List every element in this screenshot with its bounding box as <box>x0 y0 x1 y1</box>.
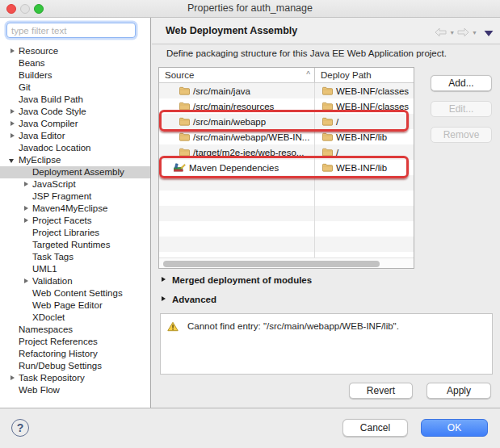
revert-button[interactable]: Revert <box>349 383 413 399</box>
twisty-spacer <box>9 60 19 68</box>
forward-arrow-icon[interactable] <box>457 26 469 40</box>
sidebar-item-label: Web Content Settings <box>32 287 123 299</box>
table-header: Source ^ Deploy Path <box>159 68 414 83</box>
sidebar-item-java-code-style[interactable]: Java Code Style <box>0 106 150 118</box>
chevron-right-icon[interactable] <box>9 48 19 56</box>
sidebar-item-javadoc-location[interactable]: Javadoc Location <box>0 142 150 154</box>
source-cell <box>159 175 315 191</box>
sidebar-item-label: UML1 <box>32 263 57 275</box>
sidebar-item-label: Beans <box>19 57 45 69</box>
sidebar-item-builders[interactable]: Builders <box>0 69 150 82</box>
sidebar-item-maven4myeclipse[interactable]: Maven4MyEclipse <box>0 203 150 215</box>
chevron-right-icon[interactable] <box>9 132 19 140</box>
sort-ascending-icon: ^ <box>306 68 310 82</box>
add-button[interactable]: Add... <box>431 75 492 91</box>
chevron-right-icon[interactable] <box>23 181 32 189</box>
chevron-down-icon[interactable] <box>9 157 19 165</box>
twisty-spacer <box>23 314 32 322</box>
folder-icon <box>322 132 333 141</box>
titlebar[interactable]: Properties for auth_manage <box>0 0 500 18</box>
sidebar-item-task-repository[interactable]: Task Repository <box>0 372 150 384</box>
sidebar-item-java-editor[interactable]: Java Editor <box>0 130 150 142</box>
view-menu-icon[interactable] <box>484 26 494 40</box>
warning-icon <box>167 320 179 335</box>
sidebar-item-deployment-assembly[interactable]: Deployment Assembly <box>0 166 150 178</box>
sidebar-item-java-build-path[interactable]: Java Build Path <box>0 94 150 106</box>
deploy-path-cell <box>315 191 414 206</box>
sidebar-item-label: Builders <box>19 69 53 82</box>
edit-button[interactable]: Edit... <box>431 101 492 117</box>
table-row[interactable]: /src/main/resourcesWEB-INF/classes <box>159 98 414 114</box>
forward-menu-chevron-icon[interactable]: ▼ <box>472 28 477 38</box>
cancel-button[interactable]: Cancel <box>342 419 408 437</box>
section-merged-deployment[interactable]: Merged deployment of modules <box>160 274 312 286</box>
sidebar-item-targeted-runtimes[interactable]: Targeted Runtimes <box>0 239 150 251</box>
apply-button[interactable]: Apply <box>426 383 491 399</box>
column-header-source[interactable]: Source ^ <box>159 68 315 82</box>
source-label: /src/main/java <box>193 86 250 96</box>
sidebar-item-label: Validation <box>32 275 73 287</box>
sidebar-item-label: Resource <box>19 45 58 57</box>
chevron-right-icon[interactable] <box>9 375 19 383</box>
sidebar-item-label: Namespaces <box>19 324 73 336</box>
window-title: Properties for auth_manage <box>0 0 500 18</box>
table-empty-row <box>159 237 414 252</box>
chevron-right-icon[interactable] <box>23 217 32 225</box>
chevron-right-icon[interactable] <box>9 120 19 128</box>
horizontal-scrollbar-thumb[interactable] <box>163 261 380 267</box>
chevron-right-icon[interactable] <box>9 108 19 116</box>
sidebar-item-uml1[interactable]: UML1 <box>0 263 150 275</box>
chevron-right-icon[interactable] <box>23 278 32 286</box>
sidebar-item-namespaces[interactable]: Namespaces <box>0 324 150 336</box>
source-label: /src/main/webapp/WEB-IN... <box>193 132 309 142</box>
sidebar-item-xdoclet[interactable]: XDoclet <box>0 312 150 324</box>
section-advanced[interactable]: Advanced <box>160 294 216 305</box>
folder-icon <box>179 132 190 141</box>
sidebar-item-label: Task Tags <box>32 251 74 263</box>
source-cell <box>159 237 315 252</box>
table-row[interactable]: /src/main/javaWEB-INF/classes <box>159 83 414 98</box>
sidebar-item-java-compiler[interactable]: Java Compiler <box>0 118 150 130</box>
table-row[interactable]: Maven DependenciesWEB-INF/lib <box>159 160 414 175</box>
ok-button[interactable]: OK <box>421 419 488 437</box>
column-header-deploy-path[interactable]: Deploy Path <box>315 68 414 82</box>
sidebar-item-label: Project References <box>19 336 98 348</box>
back-arrow-icon[interactable] <box>435 26 447 40</box>
source-cell <box>159 252 315 257</box>
sidebar-item-git[interactable]: Git <box>0 82 150 94</box>
source-cell <box>159 206 315 221</box>
table-row[interactable]: /target/m2e-jee/web-reso.../ <box>159 144 414 160</box>
sidebar-item-project-facets[interactable]: Project Facets <box>0 215 150 227</box>
sidebar-item-validation[interactable]: Validation <box>0 275 150 287</box>
sidebar-item-beans[interactable]: Beans <box>0 57 150 69</box>
sidebar-item-refactoring-history[interactable]: Refactoring History <box>0 348 150 360</box>
table-empty-row <box>159 221 414 237</box>
table-row[interactable]: /src/main/webapp/WEB-IN...WEB-INF/lib <box>159 129 414 144</box>
source-cell: /src/main/webapp <box>159 114 315 129</box>
sidebar-item-label: Task Repository <box>19 372 85 384</box>
twisty-spacer <box>9 72 19 80</box>
twisty-spacer <box>9 362 19 371</box>
filter-input[interactable] <box>6 23 136 38</box>
chevron-right-icon[interactable] <box>23 205 32 213</box>
deploy-path-cell <box>315 237 414 252</box>
sidebar-item-run-debug-settings[interactable]: Run/Debug Settings <box>0 360 150 372</box>
panel-header: Web Deployment Assembly ▼ ▼ <box>152 18 500 44</box>
help-button[interactable]: ? <box>11 419 29 437</box>
sidebar-item-web-flow[interactable]: Web Flow <box>0 384 150 396</box>
sidebar-item-web-page-editor[interactable]: Web Page Editor <box>0 299 150 312</box>
sidebar-item-project-references[interactable]: Project References <box>0 336 150 348</box>
remove-button[interactable]: Remove <box>431 127 492 143</box>
sidebar-item-web-content-settings[interactable]: Web Content Settings <box>0 287 150 299</box>
sidebar-item-resource[interactable]: Resource <box>0 45 150 57</box>
sidebar-item-myeclipse[interactable]: MyEclipse <box>0 154 150 166</box>
sidebar-item-project-libraries[interactable]: Project Libraries <box>0 227 150 239</box>
sidebar-item-javascript[interactable]: JavaScript <box>0 178 150 191</box>
page-title: Web Deployment Assembly <box>166 18 297 44</box>
twisty-spacer <box>23 302 32 310</box>
sidebar-item-task-tags[interactable]: Task Tags <box>0 251 150 263</box>
sidebar-item-jsp-fragment[interactable]: JSP Fragment <box>0 191 150 203</box>
table-row[interactable]: /src/main/webapp/ <box>159 114 414 129</box>
twisty-spacer <box>9 84 19 92</box>
back-menu-chevron-icon[interactable]: ▼ <box>449 28 455 38</box>
